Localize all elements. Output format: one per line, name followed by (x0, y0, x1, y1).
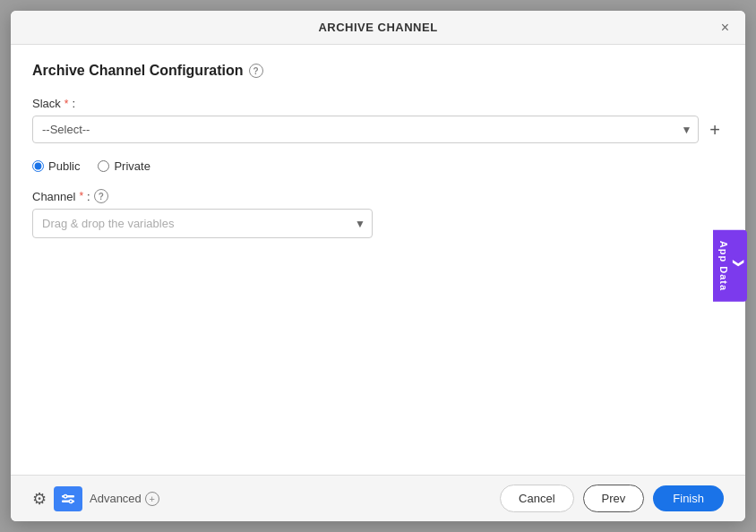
app-data-chevron-icon: ❮ (731, 259, 743, 269)
public-radio-label[interactable]: Public (32, 159, 80, 173)
section-help-icon[interactable]: ? (249, 64, 263, 78)
channel-label: Channel * : ? (32, 189, 724, 203)
footer-left: ⚙ Advanced + (32, 486, 159, 511)
cancel-button[interactable]: Cancel (500, 485, 573, 512)
prev-button[interactable]: Prev (583, 485, 645, 512)
advanced-label: Advanced + (90, 492, 159, 506)
archive-channel-modal: ARCHIVE CHANNEL × Archive Channel Config… (11, 11, 745, 521)
slack-field-group: Slack * : --Select-- ▼ + (32, 97, 724, 143)
channel-input[interactable] (32, 209, 373, 238)
section-title: Archive Channel Configuration ? (32, 63, 724, 79)
modal-title: ARCHIVE CHANNEL (318, 21, 437, 34)
slack-add-button[interactable]: + (706, 121, 724, 139)
gear-button[interactable]: ⚙ (32, 489, 47, 509)
slack-label: Slack * : (32, 97, 724, 110)
modal-body: Archive Channel Configuration ? Slack * … (11, 45, 745, 475)
footer-right: Cancel Prev Finish (500, 485, 724, 512)
channel-required: * (79, 190, 83, 202)
finish-button[interactable]: Finish (653, 485, 724, 511)
advanced-plus-icon[interactable]: + (145, 492, 159, 506)
close-button[interactable]: × (716, 19, 735, 37)
slack-select-wrapper: --Select-- ▼ (32, 116, 699, 143)
slack-select[interactable]: --Select-- (32, 116, 699, 143)
modal-header: ARCHIVE CHANNEL × (11, 11, 745, 45)
channel-input-wrapper: ▼ (32, 209, 373, 238)
svg-point-2 (64, 494, 67, 498)
channel-field-group: Channel * : ? ▼ (32, 189, 724, 238)
public-radio[interactable] (32, 160, 44, 172)
modal-footer: ⚙ Advanced + Cance (11, 475, 745, 521)
svg-point-3 (69, 499, 73, 502)
private-radio-label[interactable]: Private (98, 159, 150, 173)
app-data-label: App Data (718, 241, 729, 291)
app-data-tab[interactable]: ❮ App Data (713, 230, 748, 302)
advanced-icon (61, 492, 75, 506)
visibility-radio-group: Public Private (32, 159, 724, 173)
slack-select-row: --Select-- ▼ + (32, 116, 724, 143)
private-radio[interactable] (98, 160, 109, 172)
channel-help-icon[interactable]: ? (94, 189, 108, 203)
advanced-icon-button[interactable] (54, 486, 82, 511)
slack-required: * (64, 98, 69, 110)
